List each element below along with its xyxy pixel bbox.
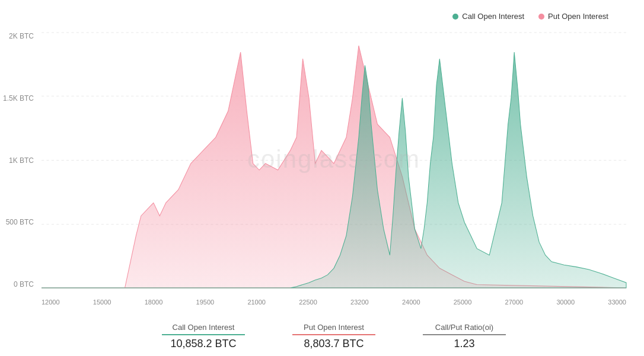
y-axis: 0 BTC 500 BTC 1K BTC 1.5K BTC 2K BTC xyxy=(0,33,39,288)
summary-call-value: 10,858.2 BTC xyxy=(170,338,236,350)
summary-ratio-value: 1.23 xyxy=(454,338,474,350)
x-label-22500: 22500 xyxy=(299,299,317,306)
x-label-30000: 30000 xyxy=(556,299,575,306)
summary-ratio: Call/Put Ratio(oi) 1.23 xyxy=(423,323,506,350)
summary-call-line xyxy=(162,334,245,335)
x-label-15000: 15000 xyxy=(93,299,111,306)
call-dot xyxy=(452,14,458,20)
summary-put: Put Open Interest 8,803.7 BTC xyxy=(292,323,375,350)
x-label-25000: 25000 xyxy=(454,299,472,306)
summary-row: Call Open Interest 10,858.2 BTC Put Open… xyxy=(42,323,626,350)
legend-put-label: Put Open Interest xyxy=(548,12,608,21)
summary-put-label: Put Open Interest xyxy=(304,323,364,332)
summary-call-label: Call Open Interest xyxy=(173,323,235,332)
x-label-27000: 27000 xyxy=(505,299,524,306)
chart-container: Call Open Interest Put Open Interest 0 B… xyxy=(0,0,644,356)
chart-svg xyxy=(42,33,626,288)
x-label-24000: 24000 xyxy=(402,299,420,306)
x-label-18000: 18000 xyxy=(145,299,163,306)
y-label-500: 500 BTC xyxy=(0,219,39,226)
chart-area: coinglass.com xyxy=(42,33,626,288)
legend-put: Put Open Interest xyxy=(538,12,608,21)
x-label-21000: 21000 xyxy=(247,299,266,306)
summary-call: Call Open Interest 10,858.2 BTC xyxy=(162,323,245,350)
summary-ratio-label: Call/Put Ratio(oi) xyxy=(435,323,493,332)
put-dot xyxy=(538,14,544,20)
x-label-23200: 23200 xyxy=(350,299,369,306)
x-label-19500: 19500 xyxy=(196,299,215,306)
x-label-12000: 12000 xyxy=(42,299,60,306)
y-label-15k: 1.5K BTC xyxy=(0,95,39,102)
y-label-1k: 1K BTC xyxy=(0,157,39,164)
summary-put-value: 8,803.7 BTC xyxy=(304,338,364,350)
legend-call-label: Call Open Interest xyxy=(462,12,524,21)
summary-ratio-line xyxy=(423,334,506,335)
x-label-33000: 33000 xyxy=(608,299,626,306)
summary-put-line xyxy=(292,334,375,335)
legend: Call Open Interest Put Open Interest xyxy=(452,12,608,21)
y-label-2k: 2K BTC xyxy=(0,33,39,40)
legend-call: Call Open Interest xyxy=(452,12,524,21)
x-axis: 12000 15000 18000 19500 21000 22500 2320… xyxy=(42,299,626,306)
y-label-0: 0 BTC xyxy=(0,281,39,288)
